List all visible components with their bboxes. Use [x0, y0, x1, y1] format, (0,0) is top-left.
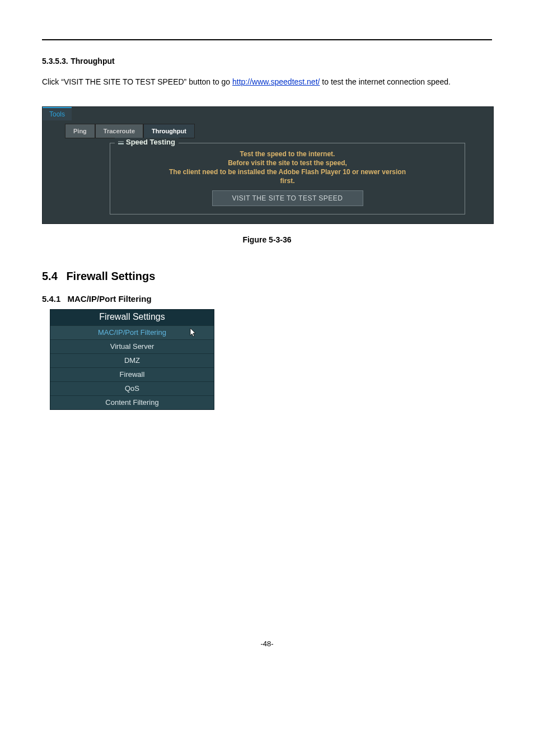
section-5353-heading: 5.3.5.3. Throughput — [42, 56, 492, 66]
firewall-menu-header: Firewall Settings — [50, 310, 214, 325]
body-suffix: to test the internet connection speed. — [320, 77, 451, 86]
section-54-heading: 5.4 Firewall Settings — [42, 270, 492, 283]
section-number: 5.3.5.3. — [42, 57, 68, 66]
tab-ping[interactable]: Ping — [65, 124, 95, 138]
speed-line-1: Test the speed to the internet. — [116, 150, 459, 158]
tools-panel: Tools Ping Traceroute Throughput Speed T… — [42, 106, 494, 224]
top-rule — [42, 39, 492, 40]
speed-line-4: first. — [116, 177, 459, 185]
page-number: -48- — [42, 640, 492, 659]
firewall-menu-item-firewall[interactable]: Firewall — [50, 367, 214, 381]
section-5353-body: Click “VISIT THE SITE TO TEST SPEED” but… — [42, 74, 492, 90]
speed-testing-fieldset: Speed Testing Test the speed to the inte… — [110, 143, 465, 214]
signal-icon — [118, 140, 124, 144]
firewall-menu-item-virtual-server[interactable]: Virtual Server — [50, 339, 214, 353]
figure-caption: Figure 5-3-36 — [42, 235, 492, 244]
section-541-heading: 5.4.1 MAC/IP/Port Filtering — [42, 294, 492, 304]
firewall-menu-item-qos[interactable]: QoS — [50, 381, 214, 395]
tab-throughput[interactable]: Throughput — [143, 124, 195, 138]
visit-site-button[interactable]: VISIT THE SITE TO TEST SPEED — [212, 190, 363, 206]
section-54-number: 5.4 — [42, 270, 58, 282]
section-title: Throughput — [71, 57, 115, 66]
firewall-menu-item-content-filtering[interactable]: Content Filtering — [50, 395, 214, 409]
firewall-menu-item-mac-ip-port[interactable]: MAC/IP/Port Filtering — [50, 325, 214, 339]
cursor-icon — [187, 327, 198, 338]
tools-panel-tab[interactable]: Tools — [43, 107, 72, 120]
section-54-title: Firewall Settings — [66, 270, 155, 282]
body-prefix: Click “VISIT THE SITE TO TEST SPEED” but… — [42, 77, 232, 86]
section-541-number: 5.4.1 — [42, 294, 60, 304]
firewall-menu: Firewall Settings MAC/IP/Port Filtering … — [50, 309, 214, 410]
speed-testing-legend: Speed Testing — [115, 138, 179, 146]
tab-traceroute[interactable]: Traceroute — [95, 124, 143, 138]
firewall-menu-item-label: MAC/IP/Port Filtering — [98, 328, 166, 337]
speed-line-3: The client need to be installed the Adob… — [116, 168, 459, 176]
speedtest-link[interactable]: http://www.speedtest.net/ — [232, 77, 320, 86]
legend-text: Speed Testing — [126, 138, 175, 146]
speed-line-2: Before visit the site to test the speed, — [116, 159, 459, 167]
firewall-menu-item-dmz[interactable]: DMZ — [50, 353, 214, 367]
section-541-title: MAC/IP/Port Filtering — [68, 294, 152, 304]
tools-tabbar: Ping Traceroute Throughput — [65, 124, 488, 138]
